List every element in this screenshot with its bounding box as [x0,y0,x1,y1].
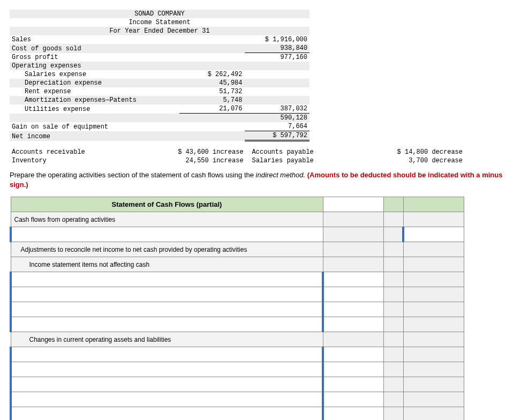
opex-total: 387,032 [245,104,309,114]
sp-value: 3,700 decrease [361,156,465,165]
line-net-income-select[interactable] [11,227,323,242]
salaries-label: Salaries expense [10,70,179,79]
rent-label: Rent expense [10,87,179,96]
amort-value: 5,748 [179,96,244,104]
income-statement-table: SONAD COMPANY Income Statement For Year … [10,10,309,141]
is-item-row-4-select[interactable] [11,317,323,332]
line-net-income-amount[interactable] [403,227,464,242]
utilities-label: Utilities expense [10,104,179,114]
gain-label: Gain on sale of equipment [10,122,179,131]
operating-income: 590,128 [245,114,309,123]
is-items-header: Income statement items not affecting cas… [11,257,323,272]
ar-label: Accounts receivable [10,148,139,156]
net-income-label: Net income [10,131,179,141]
depreciation-value: 45,984 [179,79,244,87]
instructions: Prepare the operating activities section… [10,170,511,189]
change-row-3-select[interactable] [11,377,323,392]
is-item-row-2-select[interactable] [11,287,323,302]
inv-value: 24,550 increase [139,156,246,165]
is-item-row-1-select[interactable] [11,272,323,287]
ap-label: Accounts payable [246,148,361,156]
change-row-1-select[interactable] [11,347,323,362]
gross-profit-label: Gross profit [10,53,179,62]
change-row-5-select[interactable] [11,407,323,420]
is-item-row-2-amount[interactable] [323,287,383,302]
opex-label: Operating expenses [10,62,179,70]
gross-profit-value: 977,160 [245,53,309,62]
company-name: SONAD COMPANY [10,10,309,18]
cogs-label: Cost of goods sold [10,44,179,53]
rent-value: 51,732 [179,87,244,96]
is-item-row-1-amount[interactable] [323,272,383,287]
ap-value: $ 14,800 decrease [361,148,465,156]
sp-label: Salaries payable [246,156,361,165]
gain-value: 7,664 [245,122,309,131]
net-income-input[interactable] [407,231,457,238]
statement-title: Income Statement [10,18,309,27]
depreciation-label: Depreciation expense [10,79,179,87]
instr-method: indirect method. [256,171,306,179]
change-row-4-select[interactable] [11,392,323,407]
instr-part1: Prepare the operating activities section… [10,171,256,179]
sales-value: $ 1,916,000 [245,35,309,44]
cash-flow-answer-table: Statement of Cash Flows (partial) Cash f… [10,197,464,420]
change-row-1-amount[interactable] [323,347,383,362]
is-item-row-3-amount[interactable] [323,302,383,317]
is-item-row-4-amount[interactable] [323,317,383,332]
inv-label: Inventory [10,156,139,165]
amort-label: Amortization expenses—Patents [10,96,179,104]
changes-header: Changes in current operating assets and … [11,332,323,347]
cfo-header: Cash flows from operating activities [11,212,323,227]
change-row-4-amount[interactable] [323,392,383,407]
utilities-value: 21,076 [179,104,244,114]
account-changes-table: Accounts receivable $ 43,600 increase Ac… [10,148,465,165]
statement-period: For Year Ended December 31 [10,27,309,35]
sales-label: Sales [10,35,179,44]
net-income-value: $ 597,792 [245,131,309,141]
salaries-value: $ 262,492 [179,70,244,79]
change-row-2-amount[interactable] [323,362,383,377]
change-row-2-select[interactable] [11,362,323,377]
adjustments-header: Adjustments to reconcile net income to n… [11,242,323,257]
change-row-5-amount[interactable] [323,407,383,420]
cogs-value: 938,840 [245,44,309,53]
change-row-3-amount[interactable] [323,377,383,392]
answer-title: Statement of Cash Flows (partial) [11,197,323,212]
ar-value: $ 43,600 increase [139,148,246,156]
is-item-row-3-select[interactable] [11,302,323,317]
